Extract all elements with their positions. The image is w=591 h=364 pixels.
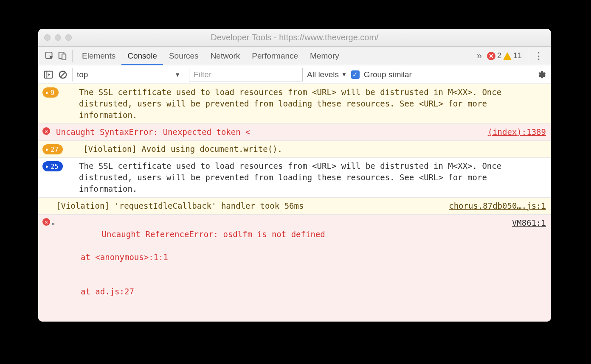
clear-console-icon[interactable]: [58, 70, 68, 80]
error-count-icon: ✕: [487, 52, 495, 60]
context-selector[interactable]: top ▼: [72, 68, 185, 81]
log-levels-selector[interactable]: All levels ▼: [307, 70, 347, 79]
console-output: ▶9 The SSL certificate used to load reso…: [38, 84, 551, 322]
titlebar: Developer Tools - https://www.theverge.c…: [38, 29, 551, 47]
error-count: 2: [497, 51, 501, 60]
message-source-link[interactable]: chorus.87db050….js:1: [444, 200, 546, 212]
tab-sources[interactable]: Sources: [163, 47, 205, 65]
console-message: [Violation] 'requestIdleCallback' handle…: [38, 198, 551, 215]
stack-link[interactable]: ad.js:27: [95, 287, 134, 296]
filter-input[interactable]: [189, 68, 303, 81]
tab-memory[interactable]: Memory: [304, 47, 345, 65]
console-message: ▶25 The SSL certificate used to load res…: [38, 158, 551, 198]
stack-frame: at new Promise (<anonymous>): [63, 320, 507, 322]
window-title: Developer Tools - https://www.theverge.c…: [38, 33, 551, 42]
console-message: ✕ ▶ Uncaught ReferenceError: osdlfm is n…: [38, 215, 551, 322]
console-settings-icon[interactable]: [537, 70, 546, 79]
panel-tabs: Elements Console Sources Network Perform…: [38, 47, 551, 65]
tab-network[interactable]: Network: [205, 47, 246, 65]
divider: [528, 50, 528, 62]
svg-rect-2: [62, 54, 66, 60]
expand-stack-icon[interactable]: ▶: [52, 218, 55, 230]
error-heading: Uncaught ReferenceError: osdlfm is not d…: [102, 230, 325, 239]
tabs-overflow-button[interactable]: »: [474, 50, 484, 62]
expand-icon: ▶: [46, 87, 49, 98]
tab-label: Sources: [169, 51, 199, 61]
tab-label: Elements: [82, 51, 115, 61]
group-similar-checkbox[interactable]: ✓: [351, 70, 360, 79]
group-similar-label: Group similar: [364, 70, 412, 79]
error-warning-status[interactable]: ✕ 2 11: [484, 51, 524, 60]
tab-label: Console: [127, 51, 157, 61]
message-source-link[interactable]: (index):1389: [483, 126, 546, 138]
pill-count: 9: [51, 87, 55, 98]
pill-count: 27: [51, 144, 59, 155]
console-message: ▶9 The SSL certificate used to load reso…: [38, 84, 551, 124]
message-count-pill[interactable]: ▶27: [42, 144, 63, 154]
warning-count-icon: [503, 52, 512, 60]
tab-label: Memory: [310, 51, 339, 61]
chevron-down-icon: ▼: [341, 71, 347, 78]
stack-frame: at <anonymous>:1:1: [63, 252, 507, 263]
message-text: [Violation] 'requestIdleCallback' handle…: [56, 200, 444, 212]
chevron-down-icon: ▼: [174, 71, 180, 78]
settings-menu-button[interactable]: ⋮: [532, 50, 546, 62]
devtools-window: Developer Tools - https://www.theverge.c…: [38, 29, 551, 322]
message-count-pill[interactable]: ▶9: [42, 87, 59, 98]
error-icon: ✕: [42, 127, 50, 135]
message-text: The SSL certificate used to load resourc…: [79, 87, 546, 121]
message-text: The SSL certificate used to load resourc…: [79, 160, 546, 195]
message-text: [Violation] Avoid using document.write()…: [83, 143, 546, 155]
console-toolbar: top ▼ All levels ▼ ✓ Group similar: [38, 65, 551, 84]
console-message: ▶27 [Violation] Avoid using document.wri…: [38, 141, 551, 158]
device-toolbar-icon[interactable]: [56, 50, 69, 62]
tab-elements[interactable]: Elements: [76, 47, 121, 65]
stack-frame: at ad.js:27: [63, 286, 507, 297]
warning-count: 11: [513, 51, 522, 60]
inspect-element-icon[interactable]: [43, 50, 56, 62]
console-message: ✕ Uncaught SyntaxError: Unexpected token…: [38, 124, 551, 141]
toggle-sidebar-icon[interactable]: [43, 70, 53, 80]
expand-icon: ▶: [46, 161, 49, 172]
message-text: Uncaught SyntaxError: Unexpected token <: [56, 126, 483, 138]
message-source-link[interactable]: VM861:1: [507, 217, 546, 322]
divider: [72, 50, 73, 62]
pill-count: 25: [51, 161, 59, 172]
tab-performance[interactable]: Performance: [246, 47, 304, 65]
tab-console[interactable]: Console: [121, 47, 163, 65]
levels-label: All levels: [307, 70, 339, 79]
tab-label: Performance: [252, 51, 298, 61]
message-text: Uncaught ReferenceError: osdlfm is not d…: [63, 217, 507, 322]
tab-label: Network: [211, 51, 240, 61]
message-count-pill[interactable]: ▶25: [42, 161, 63, 171]
error-icon: ✕: [42, 218, 50, 226]
expand-icon: ▶: [46, 144, 49, 155]
context-value: top: [77, 70, 88, 79]
